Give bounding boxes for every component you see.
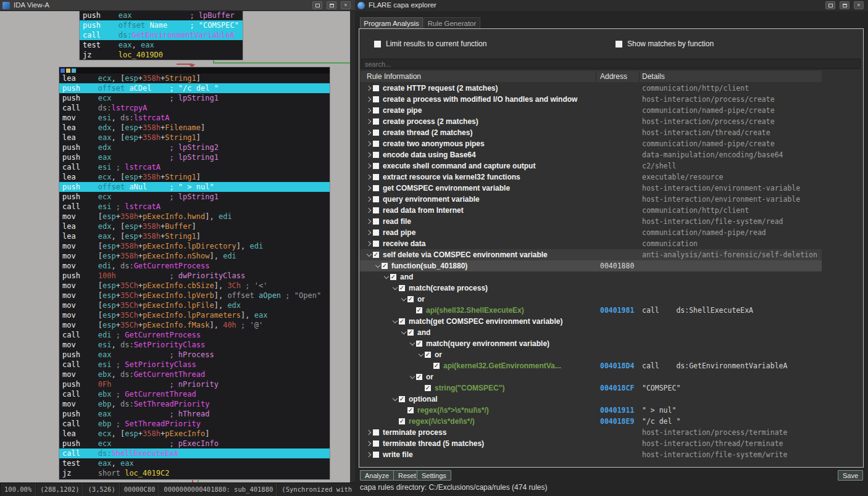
collapse-chevron-icon[interactable]	[408, 374, 416, 379]
asm-line[interactable]: call ebp ; SetThreadPriority	[59, 419, 330, 429]
collapse-chevron-icon[interactable]	[408, 341, 416, 346]
rule-tree-row[interactable]: read pipecommunication/named-pipe/read	[360, 227, 822, 238]
asm-line[interactable]: test eax, eax	[59, 458, 330, 468]
rule-tree-row[interactable]: function(sub_401880)00401880	[360, 260, 822, 271]
asm-line-highlighted[interactable]: push offset aNul ; " > nul"	[59, 182, 330, 192]
collapse-chevron-icon[interactable]	[391, 286, 399, 291]
expand-chevron-icon[interactable]	[365, 453, 373, 457]
rule-checkbox-checked[interactable]	[390, 274, 396, 280]
asm-line[interactable]: call esi ; SetPriorityClass	[59, 360, 330, 370]
rule-tree-row[interactable]: self delete via COMSPEC environment vari…	[360, 249, 822, 260]
asm-line[interactable]: push eax ; lpString1	[59, 152, 330, 162]
rule-checkbox-checked[interactable]	[407, 407, 414, 413]
rule-checkbox[interactable]	[373, 107, 379, 114]
rule-tree-row[interactable]: string("COMSPEC")004018CF"COMSPEC"	[360, 382, 822, 394]
expand-chevron-icon[interactable]	[365, 175, 373, 179]
ida-titlebar[interactable]: IDA View-A ×	[0, 0, 355, 11]
rule-checkbox-checked[interactable]	[399, 396, 405, 402]
rule-tree-row[interactable]: create a process with modified I/O handl…	[360, 94, 822, 105]
rule-checkbox-checked[interactable]	[373, 252, 379, 258]
expand-chevron-icon[interactable]	[365, 197, 373, 201]
tab-rule-generator[interactable]: Rule Generator	[424, 17, 480, 28]
rule-checkbox[interactable]	[373, 163, 379, 169]
asm-line-highlighted[interactable]: call ds:GetEnvironmentVariableA	[80, 30, 243, 40]
expand-chevron-icon[interactable]	[365, 220, 373, 223]
limit-results-option[interactable]: Limit results to current function	[374, 39, 486, 48]
asm-line[interactable]: push ecx ; lpString1	[59, 192, 330, 202]
save-button[interactable]: Save	[838, 470, 863, 481]
restore-button[interactable]	[825, 1, 835, 9]
asm-line-highlighted[interactable]: push offset aCDel ; "/c del "	[59, 83, 330, 93]
rule-tree-row[interactable]: create two anonymous pipescommunication/…	[360, 138, 822, 149]
rule-checkbox-checked[interactable]	[399, 418, 405, 424]
rule-tree-row[interactable]: regex(/\s*>\s*nul\s*/)00401911" > nul"	[360, 405, 822, 416]
close-button[interactable]: ×	[854, 1, 864, 9]
asm-line-highlighted[interactable]: call ds:ShellExecuteExA	[59, 448, 330, 458]
expand-chevron-icon[interactable]	[365, 97, 373, 101]
column-details[interactable]: Details	[642, 71, 665, 82]
asm-line[interactable]: lea eax, [esp+358h+String1]	[59, 133, 330, 143]
rule-tree-row[interactable]: create pipecommunication/named-pipe/crea…	[360, 105, 822, 116]
collapse-chevron-icon[interactable]	[399, 330, 407, 335]
settings-button[interactable]: Settings	[417, 470, 451, 481]
rule-tree-row[interactable]: and	[360, 327, 822, 338]
rule-tree-row[interactable]: terminate thread (5 matches)host-interac…	[360, 438, 822, 449]
rule-checkbox[interactable]	[373, 229, 379, 236]
rule-tree-row[interactable]: query environment variablehost-interacti…	[360, 194, 822, 205]
expand-chevron-icon[interactable]	[365, 442, 373, 445]
expand-chevron-icon[interactable]	[365, 242, 373, 246]
rule-checkbox[interactable]	[373, 118, 379, 125]
asm-line[interactable]: push edx ; lpString2	[59, 143, 330, 152]
capa-titlebar[interactable]: FLARE capa explorer ×	[355, 0, 868, 11]
rule-tree-row[interactable]: or	[360, 371, 822, 382]
rule-tree-row[interactable]: match(query environment variable)	[360, 338, 822, 349]
asm-line[interactable]: mov [esp+35Ch+pExecInfo.lpParameters], e…	[59, 310, 330, 320]
rule-checkbox[interactable]	[373, 196, 379, 202]
rule-checkbox[interactable]	[373, 96, 379, 102]
asm-line[interactable]: call edi ; GetCurrentProcess	[59, 330, 330, 340]
rule-tree-row[interactable]: match(create process)	[360, 283, 822, 294]
collapse-chevron-icon[interactable]	[399, 297, 407, 302]
block-header[interactable]	[59, 67, 330, 73]
rule-tree-row[interactable]: receive datacommunication	[360, 238, 822, 249]
rule-checkbox[interactable]	[373, 241, 379, 247]
asm-line[interactable]: push eax ; hProcess	[59, 350, 330, 360]
asm-line[interactable]: mov [esp+35Ch+pExecInfo.lpVerb], offset …	[59, 291, 330, 300]
asm-line[interactable]: mov [esp+35Ch+pExecInfo.cbSize], 3Ch ; '…	[59, 281, 330, 291]
rule-checkbox-checked[interactable]	[407, 329, 414, 336]
rule-tree-row[interactable]: regex(/\/c\s*del\s*/)004018E9"/c del "	[360, 416, 822, 427]
rule-tree-row[interactable]: api(kernel32.GetEnvironmentVa...004018D4…	[360, 360, 822, 371]
expand-chevron-icon[interactable]	[365, 120, 373, 123]
rule-tree-row[interactable]: read filehost-interaction/file-system/re…	[360, 216, 822, 227]
asm-line[interactable]: mov esi, ds:SetPriorityClass	[59, 340, 330, 350]
rule-tree-row[interactable]: terminate processhost-interaction/proces…	[360, 427, 822, 438]
float-button[interactable]	[327, 1, 336, 9]
expand-chevron-icon[interactable]	[365, 209, 373, 212]
asm-line[interactable]: lea edx, [esp+358h+Buffer]	[59, 221, 330, 231]
rule-tree-row[interactable]: and	[360, 271, 822, 283]
rule-checkbox-checked[interactable]	[399, 285, 405, 291]
collapse-chevron-icon[interactable]	[391, 397, 399, 402]
table-header[interactable]: Rule Information Address Details	[360, 71, 822, 82]
column-rule-information[interactable]: Rule Information	[367, 71, 421, 82]
asm-line[interactable]: push ecx ; pExecInfo	[59, 439, 330, 448]
rule-tree-row[interactable]: create HTTP request (2 matches)communica…	[360, 83, 822, 94]
rule-checkbox[interactable]	[373, 452, 379, 458]
rule-tree-row[interactable]: match(get COMSPEC environment variable)	[360, 316, 822, 327]
asm-line[interactable]: mov [esp+35Ch+pExecInfo.lpFile], edx	[59, 300, 330, 310]
asm-line[interactable]: lea ecx, [esp+358h+String1]	[59, 172, 330, 182]
asm-line[interactable]: mov [esp+358h+pExecInfo.nShow], edi	[59, 251, 330, 261]
restore-button[interactable]	[312, 1, 322, 9]
asm-line[interactable]: push eax ; hThread	[59, 409, 330, 419]
asm-line[interactable]: call esi ; lstrcatA	[59, 202, 330, 212]
asm-line[interactable]: push 100h ; dwPriorityClass	[59, 271, 330, 281]
rule-tree-row[interactable]: create thread (2 matches)host-interactio…	[360, 127, 822, 138]
asm-line[interactable]: mov ebp, ds:SetThreadPriority	[59, 399, 330, 409]
expand-chevron-icon[interactable]	[365, 431, 373, 434]
expand-chevron-icon[interactable]	[365, 142, 373, 146]
asm-line[interactable]: mov [esp+35Ch+pExecInfo.fMask], 40h ; '@…	[59, 320, 330, 330]
rule-checkbox[interactable]	[373, 429, 379, 436]
asm-line[interactable]: jz short loc_4019C2	[59, 468, 330, 478]
rule-tree-row[interactable]: encode data using Base64data-manipulatio…	[360, 149, 822, 160]
asm-line[interactable]: lea edx, [esp+358h+Filename]	[59, 123, 330, 133]
